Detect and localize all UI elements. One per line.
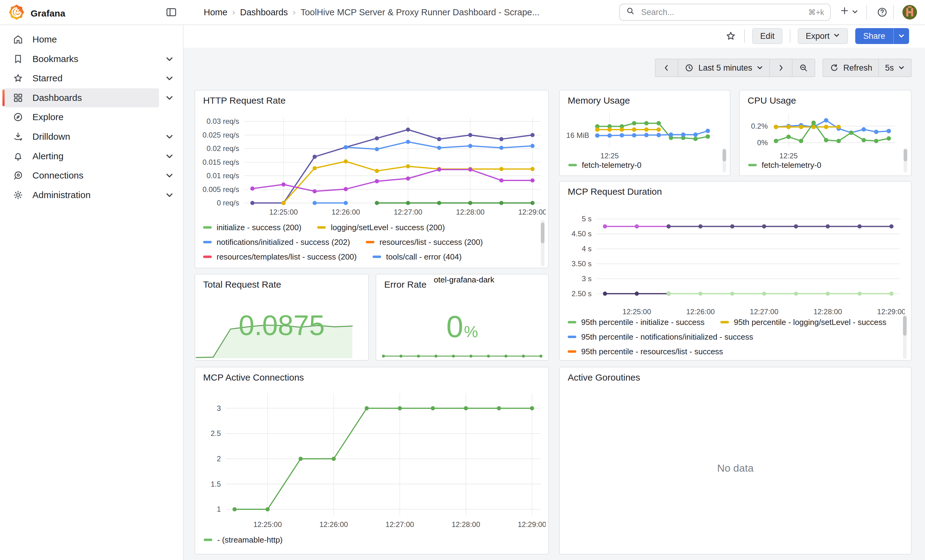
sidebar-item-alerting[interactable]: Alerting — [3, 147, 159, 166]
panel-title[interactable]: CPU Usage — [747, 95, 796, 106]
svg-text:0.005 req/s: 0.005 req/s — [202, 185, 239, 194]
legend-item[interactable]: 95th percentile - logging/setLevel - suc… — [720, 318, 886, 327]
breadcrumb-separator: › — [232, 8, 235, 17]
svg-text:12:29:00: 12:29:00 — [518, 520, 546, 528]
breadcrumb-item[interactable]: Dashboards — [240, 8, 288, 17]
svg-text:12:27:00: 12:27:00 — [394, 208, 422, 216]
legend-item[interactable]: 95th percentile - initialize - success — [568, 318, 705, 327]
sidebar-item-administration[interactable]: Administration — [3, 186, 159, 204]
svg-text:0.015 req/s: 0.015 req/s — [202, 158, 239, 166]
sidebar-item-starred[interactable]: Starred — [3, 69, 159, 88]
sidebar-item-connections[interactable]: Connections — [3, 166, 159, 185]
svg-text:1: 1 — [217, 505, 221, 513]
breadcrumb-item: ToolHive MCP Server & Proxy Runner Dashb… — [300, 8, 539, 17]
legend-item[interactable]: 95th percentile - resources/list - succe… — [568, 347, 723, 356]
legend-label: 95th percentile - resources/list - succe… — [581, 347, 723, 356]
error-rate-sparkline[interactable] — [379, 350, 546, 358]
sidebar-item-label: Administration — [32, 190, 90, 200]
legend-item[interactable]: - (streamable-http) — [204, 535, 283, 545]
star-dashboard-icon[interactable] — [725, 30, 737, 42]
refresh-interval-picker[interactable]: 5s — [878, 59, 911, 77]
chevron-down-icon[interactable] — [165, 93, 174, 102]
bookmark-icon — [12, 53, 24, 65]
svg-text:0 req/s: 0 req/s — [217, 199, 239, 207]
legend-item[interactable]: unknown - success (200) — [435, 267, 536, 268]
legend-item[interactable]: tools/call - success (200) — [203, 267, 304, 268]
no-data-message: No data — [560, 462, 911, 474]
plug-icon — [12, 170, 24, 181]
legend-item[interactable]: initialize - success (200) — [203, 223, 301, 232]
search-field[interactable] — [640, 7, 803, 18]
http-request-rate-chart[interactable]: 0 req/s0.005 req/s0.01 req/s0.015 req/s0… — [197, 113, 546, 219]
sidebar-item-drilldown[interactable]: Drilldown — [3, 127, 159, 146]
legend-scrollbar-thumb[interactable] — [723, 149, 726, 161]
time-range-picker[interactable]: Last 5 minutes — [678, 59, 770, 77]
legend-item[interactable]: tools/list - success (200) — [320, 267, 419, 268]
legend-scrollbar-thumb[interactable] — [903, 316, 907, 336]
panel-title[interactable]: Memory Usage — [568, 95, 630, 106]
add-button[interactable] — [839, 6, 858, 18]
time-back-button[interactable] — [655, 59, 678, 77]
svg-text:3.50 s: 3.50 s — [572, 260, 592, 268]
breadcrumb-item[interactable]: Home — [204, 8, 227, 17]
chevron-down-icon[interactable] — [165, 132, 174, 141]
sidebar-item-home[interactable]: Home — [3, 30, 159, 49]
legend-item[interactable]: 95th percentile - notifications/initiali… — [568, 332, 753, 342]
sidebar-item-bookmarks[interactable]: Bookmarks — [3, 50, 159, 69]
refresh-button[interactable]: Refresh — [823, 59, 879, 77]
panel-title[interactable]: Active Goroutines — [568, 372, 640, 383]
svg-text:12:25:00: 12:25:00 — [253, 520, 282, 528]
help-icon[interactable] — [876, 6, 888, 18]
sidebar-item-explore[interactable]: Explore — [3, 108, 159, 126]
legend-item[interactable]: fetch-telemetry-0 — [568, 161, 642, 170]
avatar[interactable] — [902, 5, 917, 20]
sidebar-item-dashboards[interactable]: Dashboards — [3, 89, 159, 107]
svg-text:12:28:00: 12:28:00 — [814, 308, 842, 316]
legend-item[interactable]: notifications/initialized - success (202… — [203, 237, 350, 247]
cpu-legend: fetch-telemetry-0 — [748, 158, 898, 173]
legend-row: fetch-telemetry-0 — [748, 158, 898, 173]
memory-usage-chart[interactable]: 16 MiB12:25 — [561, 109, 720, 160]
cpu-usage-chart[interactable]: 0.2%0%12:25 — [741, 109, 901, 160]
mcp-request-duration-chart[interactable]: 5 s4.50 s4 s3.50 s3 s2.50 s12:25:0012:26… — [562, 204, 905, 318]
svg-text:12:26:00: 12:26:00 — [686, 308, 714, 316]
legend-item[interactable]: fetch-telemetry-0 — [748, 161, 821, 170]
sidebar-item-label: Alerting — [32, 151, 63, 161]
export-button[interactable]: Export — [798, 28, 848, 44]
sidebar-toggle-icon[interactable] — [165, 6, 178, 18]
chevron-down-icon[interactable] — [165, 74, 174, 83]
error-rate-value: 0% — [376, 311, 548, 342]
legend-scrollbar-thumb[interactable] — [541, 222, 544, 243]
panel-title[interactable]: HTTP Request Rate — [203, 95, 286, 106]
time-forward-button[interactable] — [769, 59, 792, 77]
legend-item[interactable]: resources/list - success (200) — [366, 237, 483, 247]
legend-color-chip — [204, 539, 212, 541]
share-menu-button[interactable] — [893, 28, 909, 44]
panel-title[interactable]: Total Request Rate — [203, 279, 281, 290]
chevron-down-icon[interactable] — [165, 152, 174, 161]
chevron-down-icon[interactable] — [165, 55, 174, 63]
svg-text:0%: 0% — [757, 138, 768, 147]
legend-item[interactable]: logging/setLevel - success (200) — [317, 223, 445, 232]
share-button[interactable]: Share — [855, 28, 893, 44]
panel-title[interactable]: MCP Active Connections — [203, 372, 304, 383]
svg-text:3 s: 3 s — [582, 275, 592, 283]
legend-scrollbar-thumb[interactable] — [904, 149, 907, 161]
mcp-active-connections-chart[interactable]: 32.521.5112:25:0012:26:0012:27:0012:28:0… — [197, 388, 546, 531]
svg-text:12:28:00: 12:28:00 — [452, 520, 480, 528]
chevron-down-icon[interactable] — [165, 191, 174, 199]
panel-title[interactable]: MCP Request Duration — [568, 186, 662, 197]
zoom-out-button[interactable] — [792, 59, 815, 77]
panel-title[interactable]: Error Rate — [384, 279, 426, 290]
chevron-down-icon[interactable] — [165, 171, 174, 180]
legend-label: logging/setLevel - success (200) — [331, 223, 445, 232]
legend-item[interactable]: resources/templates/list - success (200) — [203, 252, 357, 262]
svg-text:12:27:00: 12:27:00 — [750, 308, 778, 316]
search-input[interactable]: ⌘+k — [619, 4, 831, 21]
toolbar-divider — [790, 29, 790, 43]
legend-color-chip — [568, 336, 576, 338]
sidebar-item-label: Drilldown — [32, 131, 70, 142]
legend-color-chip — [203, 226, 212, 229]
legend-item[interactable]: tools/call - error (404) — [372, 252, 462, 262]
edit-button[interactable]: Edit — [752, 28, 782, 44]
